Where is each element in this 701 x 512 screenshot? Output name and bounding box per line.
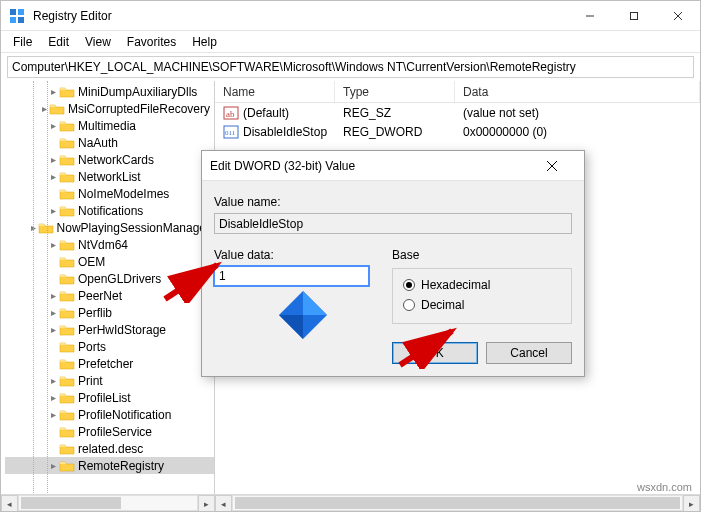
value-data-label: Value data: bbox=[214, 248, 376, 262]
tree-item[interactable]: related.desc bbox=[5, 440, 214, 457]
expand-icon[interactable]: ▸ bbox=[47, 84, 59, 100]
ok-button[interactable]: OK bbox=[392, 342, 478, 364]
menu-view[interactable]: View bbox=[77, 33, 119, 51]
svg-rect-3 bbox=[18, 17, 24, 23]
value-name: (Default) bbox=[243, 106, 289, 120]
folder-icon bbox=[59, 288, 75, 304]
col-header-name[interactable]: Name bbox=[215, 81, 335, 102]
tree-item[interactable]: ▸Notifications bbox=[5, 202, 214, 219]
scroll-left-button[interactable]: ◂ bbox=[215, 495, 232, 512]
col-header-type[interactable]: Type bbox=[335, 81, 455, 102]
tree-item[interactable]: NoImeModeImes bbox=[5, 185, 214, 202]
folder-icon bbox=[59, 356, 75, 372]
folder-icon bbox=[38, 220, 54, 236]
close-button[interactable] bbox=[656, 1, 700, 30]
minimize-button[interactable] bbox=[568, 1, 612, 30]
tree-item[interactable]: ▸MiniDumpAuxiliaryDlls bbox=[5, 83, 214, 100]
expand-icon[interactable]: ▸ bbox=[47, 390, 59, 406]
list-row[interactable]: 011DisableIdleStopREG_DWORD0x00000000 (0… bbox=[215, 122, 700, 141]
menu-help[interactable]: Help bbox=[184, 33, 225, 51]
radio-hexadecimal[interactable]: Hexadecimal bbox=[403, 275, 561, 295]
tree-item[interactable]: ▸ProfileList bbox=[5, 389, 214, 406]
menu-edit[interactable]: Edit bbox=[40, 33, 77, 51]
expand-icon[interactable]: ▸ bbox=[47, 203, 59, 219]
tree-pane[interactable]: ▸MiniDumpAuxiliaryDlls▸MsiCorruptedFileR… bbox=[1, 81, 215, 495]
tree-item-label: NoImeModeImes bbox=[78, 186, 169, 202]
tree-item[interactable]: ▸Perflib bbox=[5, 304, 214, 321]
tree-item-label: Perflib bbox=[78, 305, 112, 321]
cancel-button[interactable]: Cancel bbox=[486, 342, 572, 364]
svg-rect-0 bbox=[10, 9, 16, 15]
menu-favorites[interactable]: Favorites bbox=[119, 33, 184, 51]
expand-icon[interactable]: ▸ bbox=[47, 458, 59, 474]
tree-item[interactable]: ▸RemoteRegistry bbox=[5, 457, 214, 474]
scroll-right-button[interactable]: ▸ bbox=[683, 495, 700, 512]
scroll-thumb[interactable] bbox=[235, 497, 680, 509]
tree-item[interactable]: Ports bbox=[5, 338, 214, 355]
value-name-label: Value name: bbox=[214, 195, 572, 209]
tree-item[interactable]: NaAuth bbox=[5, 134, 214, 151]
tree-item[interactable]: ▸Print bbox=[5, 372, 214, 389]
tree-item[interactable]: ▸PerHwIdStorage bbox=[5, 321, 214, 338]
tree-item[interactable]: ▸NetworkList bbox=[5, 168, 214, 185]
tree-item-label: RemoteRegistry bbox=[78, 458, 164, 474]
window-controls bbox=[568, 1, 700, 30]
expand-icon[interactable]: ▸ bbox=[47, 152, 59, 168]
folder-icon bbox=[59, 424, 75, 440]
folder-icon bbox=[59, 407, 75, 423]
scroll-track[interactable] bbox=[232, 495, 683, 511]
tree-item-label: NetworkList bbox=[78, 169, 141, 185]
tree-item-label: OEM bbox=[78, 254, 105, 270]
expand-icon[interactable]: ▸ bbox=[47, 169, 59, 185]
tree-item[interactable]: ▸MsiCorruptedFileRecovery bbox=[5, 100, 214, 117]
expand-icon[interactable]: ▸ bbox=[47, 322, 59, 338]
tree-item-label: NowPlayingSessionManager bbox=[57, 220, 210, 236]
col-header-data[interactable]: Data bbox=[455, 81, 700, 102]
expand-icon[interactable]: ▸ bbox=[47, 373, 59, 389]
tree-item-label: NetworkCards bbox=[78, 152, 154, 168]
expand-icon[interactable]: ▸ bbox=[47, 118, 59, 134]
list-row[interactable]: ab(Default)REG_SZ(value not set) bbox=[215, 103, 700, 122]
tree-item[interactable]: OpenGLDrivers bbox=[5, 270, 214, 287]
horizontal-scrollbar[interactable]: ◂ ▸ ◂ ▸ bbox=[1, 494, 700, 511]
scroll-left-button[interactable]: ◂ bbox=[1, 495, 18, 512]
tree-item-label: Multimedia bbox=[78, 118, 136, 134]
svg-rect-2 bbox=[10, 17, 16, 23]
expand-icon[interactable]: ▸ bbox=[47, 237, 59, 253]
base-group-label: Base bbox=[392, 248, 572, 262]
tree-item[interactable]: ▸NtVdm64 bbox=[5, 236, 214, 253]
radio-icon bbox=[403, 299, 415, 311]
radio-decimal[interactable]: Decimal bbox=[403, 295, 561, 315]
folder-icon bbox=[59, 390, 75, 406]
scroll-right-button[interactable]: ▸ bbox=[198, 495, 215, 512]
scroll-track[interactable] bbox=[18, 495, 198, 511]
tree-item[interactable]: ProfileService bbox=[5, 423, 214, 440]
value-data-field[interactable] bbox=[214, 266, 369, 286]
list-header: Name Type Data bbox=[215, 81, 700, 103]
folder-icon bbox=[59, 169, 75, 185]
value-name-field[interactable] bbox=[214, 213, 572, 234]
radio-label: Hexadecimal bbox=[421, 278, 490, 292]
maximize-button[interactable] bbox=[612, 1, 656, 30]
tree-item[interactable]: ▸PeerNet bbox=[5, 287, 214, 304]
svg-marker-16 bbox=[279, 315, 303, 339]
tree-item[interactable]: OEM bbox=[5, 253, 214, 270]
base-group: Hexadecimal Decimal bbox=[392, 268, 572, 324]
expand-icon[interactable]: ▸ bbox=[47, 407, 59, 423]
expand-icon[interactable]: ▸ bbox=[47, 288, 59, 304]
menu-file[interactable]: File bbox=[5, 33, 40, 51]
tree-item[interactable]: ▸Multimedia bbox=[5, 117, 214, 134]
scroll-thumb[interactable] bbox=[21, 497, 121, 509]
address-bar[interactable]: Computer\HKEY_LOCAL_MACHINE\SOFTWARE\Mic… bbox=[7, 56, 694, 78]
tree-item[interactable]: ▸NowPlayingSessionManager bbox=[5, 219, 214, 236]
titlebar: Registry Editor bbox=[1, 1, 700, 31]
folder-icon bbox=[59, 339, 75, 355]
tree-item[interactable]: Prefetcher bbox=[5, 355, 214, 372]
folder-icon bbox=[59, 84, 75, 100]
expand-icon[interactable]: ▸ bbox=[47, 305, 59, 321]
radio-label: Decimal bbox=[421, 298, 464, 312]
tree-item[interactable]: ▸ProfileNotification bbox=[5, 406, 214, 423]
dialog-close-button[interactable] bbox=[546, 160, 576, 172]
tree-item-label: ProfileService bbox=[78, 424, 152, 440]
tree-item[interactable]: ▸NetworkCards bbox=[5, 151, 214, 168]
